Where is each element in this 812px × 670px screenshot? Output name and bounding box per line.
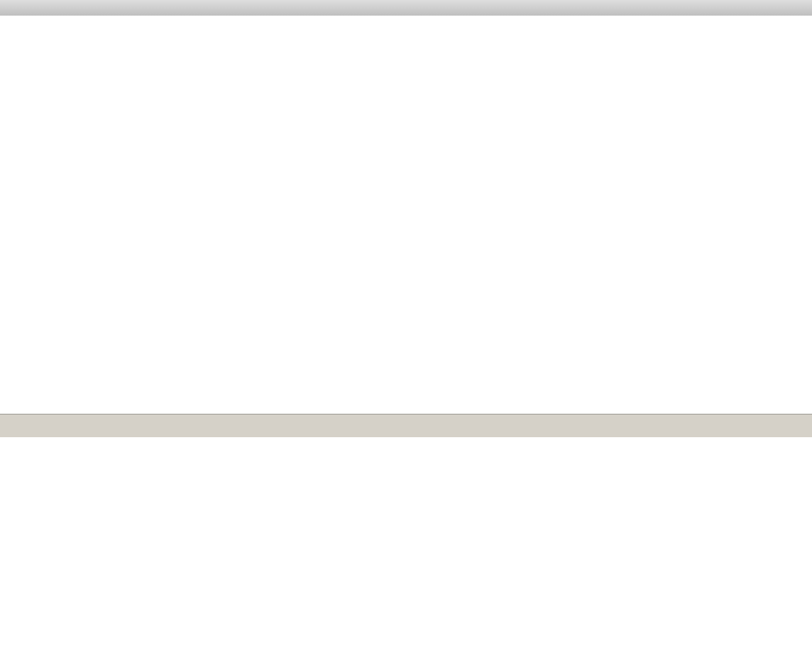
data-table-titlebar	[0, 414, 812, 425]
table-header-row	[0, 425, 812, 437]
data-table-section	[0, 414, 812, 670]
chart-legend	[0, 0, 812, 16]
payroll-revisions-chart	[0, 16, 812, 414]
bloomberg-payroll-revisions-screen: { "legend": { "items": [ {"label": "Payr…	[0, 0, 812, 670]
y-axis-title	[789, 121, 803, 263]
